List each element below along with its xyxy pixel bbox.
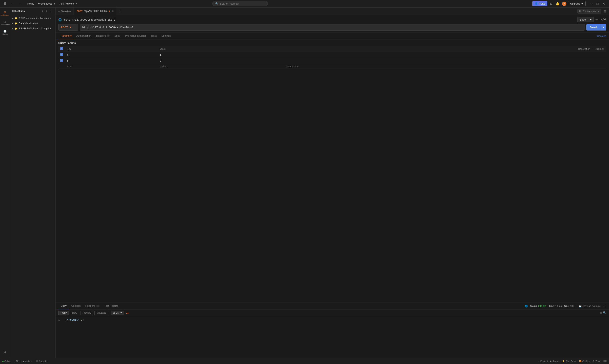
param-desc-empty[interactable]: Description xyxy=(284,64,606,69)
method-url-row: POST ▼ Send ▼ xyxy=(58,24,606,30)
swap-icon-btn[interactable]: ⇄ xyxy=(604,17,606,21)
minimize-btn[interactable]: ─ xyxy=(589,1,594,6)
select-all-checkbox[interactable] xyxy=(60,47,63,50)
param-key-0[interactable]: a xyxy=(65,52,158,58)
home-link[interactable]: Home xyxy=(26,1,36,6)
filter-icon-btn[interactable]: ⇌ xyxy=(126,311,129,315)
tab-close-btn[interactable]: ✕ xyxy=(112,10,114,13)
param-checkbox-0[interactable] xyxy=(60,53,63,56)
tab-body[interactable]: Body xyxy=(112,33,123,39)
tab-tests[interactable]: Tests xyxy=(148,33,159,39)
edit-icon-btn[interactable]: ✏ xyxy=(595,17,599,22)
statusbar-online[interactable]: Online xyxy=(2,360,11,363)
response-tab-body[interactable]: Body xyxy=(58,303,69,309)
method-selector[interactable]: POST ▼ xyxy=(58,24,78,30)
sidebar-item-environments[interactable]: ◎ Environments xyxy=(0,19,9,27)
param-checkbox-1[interactable] xyxy=(60,59,63,62)
statusbar-start-proxy[interactable]: ⚡ Start Proxy xyxy=(562,360,576,363)
tab-authorization[interactable]: Authorization xyxy=(74,33,94,39)
icon-sidebar: ⊞ Collections ◎ Environments 🕐 History ⊞ xyxy=(0,8,10,358)
param-key-empty[interactable]: Key xyxy=(65,64,158,69)
params-dot xyxy=(70,35,72,37)
invite-icon: 👤 xyxy=(535,2,538,5)
proxy-icon: ⚡ xyxy=(562,360,565,363)
param-value-0[interactable]: 1 xyxy=(158,52,284,58)
send-dropdown-btn[interactable]: ▼ xyxy=(600,24,606,30)
param-row-0: a 1 xyxy=(58,52,606,58)
response-tab-headers[interactable]: Headers 4 xyxy=(83,303,102,309)
json-selector[interactable]: JSON ▼ xyxy=(111,311,124,315)
maximize-btn[interactable]: □ xyxy=(595,1,600,6)
collection-item-2[interactable]: ▶ 📁 RESTful API Basics #blueprint xyxy=(10,26,55,31)
environments-label: Environments xyxy=(0,24,10,26)
add-tab-btn[interactable]: + xyxy=(117,9,123,13)
save-button[interactable]: Save xyxy=(577,17,588,22)
panel-actions: + ≡ ⋯ xyxy=(41,9,53,13)
response-tab-test-results[interactable]: Test Results xyxy=(102,303,121,309)
invite-button[interactable]: 👤 Invite xyxy=(532,1,547,6)
collection-folder-icon: 📁 xyxy=(15,27,18,30)
search-bar[interactable]: 🔍 Search Postman xyxy=(212,1,268,6)
statusbar-postbot[interactable]: ✦ Postbot xyxy=(538,360,548,363)
titlebar-right: 👤 Invite ⚙ 🔔 P Upgrade ▼ ─ □ ✕ xyxy=(532,1,607,6)
environment-selector[interactable]: No Environment ▼ xyxy=(577,9,601,13)
statusbar-keyboard-shortcuts[interactable]: ⌨ xyxy=(603,360,607,363)
sort-collection-btn[interactable]: ≡ xyxy=(45,9,48,13)
layout-btn[interactable]: ⊞ xyxy=(603,9,607,14)
param-desc-1[interactable] xyxy=(284,58,606,64)
tab-modified-dot xyxy=(109,11,110,12)
collection-item-1[interactable]: ▶ 📁 Data Visualization xyxy=(10,21,55,26)
api-network-link[interactable]: API Network ▼ xyxy=(58,1,79,6)
search-response-btn[interactable]: 🔍 xyxy=(603,311,606,315)
param-value-1[interactable]: 2 xyxy=(158,58,284,64)
statusbar-runner[interactable]: ▶ Runner xyxy=(550,360,560,363)
sidebar-item-add[interactable]: ⊞ xyxy=(0,349,9,355)
param-value-empty[interactable]: Value xyxy=(158,64,284,69)
url-input[interactable] xyxy=(80,24,585,30)
statusbar-cookies[interactable]: 🍪 Cookies xyxy=(579,360,590,363)
save-example-btn[interactable]: 💾 Save as example xyxy=(579,305,601,308)
tab-pre-request[interactable]: Pre-request Script xyxy=(123,33,148,39)
raw-btn[interactable]: Raw xyxy=(70,311,79,315)
notification-icon-btn[interactable]: 🔔 xyxy=(555,1,560,6)
size-label: Size: 137 B xyxy=(564,305,576,308)
response-more-btn[interactable]: ⋯ xyxy=(603,304,606,308)
sidebar-item-history[interactable]: 🕐 History xyxy=(0,28,9,37)
send-button[interactable]: Send xyxy=(586,24,600,30)
copy-response-btn[interactable]: ⧉ xyxy=(600,311,602,315)
sidebar-item-collections[interactable]: ⊞ Collections xyxy=(0,9,9,18)
response-tab-cookies[interactable]: Cookies xyxy=(69,303,83,309)
pretty-btn[interactable]: Pretty xyxy=(58,311,69,315)
settings-icon-btn[interactable]: ⚙ xyxy=(549,1,553,6)
statusbar-console[interactable]: ⬛ Console xyxy=(36,360,47,363)
add-icon: ⊞ xyxy=(4,350,6,353)
preview-btn[interactable]: Preview xyxy=(80,311,93,315)
statusbar-find-replace[interactable]: ⌕ Find and replace xyxy=(14,360,32,363)
more-collection-btn[interactable]: ⋯ xyxy=(49,9,53,13)
response-tabs-bar: Body Cookies Headers 4 Test Results 🌐 St… xyxy=(55,303,609,310)
statusbar-trash[interactable]: 🗑 Trash xyxy=(593,360,601,363)
param-desc-0[interactable] xyxy=(284,52,606,58)
cookies-link[interactable]: Cookies xyxy=(597,35,606,38)
forward-btn[interactable]: → xyxy=(18,1,23,6)
param-key-1[interactable]: b xyxy=(65,58,158,64)
tab-headers[interactable]: Headers 7 xyxy=(94,33,112,39)
params-content: Query Params Key Value Description ⋯ xyxy=(55,39,609,302)
bulk-edit-btn[interactable]: Bulk Edit xyxy=(595,48,604,50)
statusbar-left: Online ⌕ Find and replace ⬛ Console xyxy=(2,360,47,363)
menu-btn[interactable]: ☰ xyxy=(2,1,8,6)
tab-params[interactable]: Params xyxy=(58,33,74,39)
close-btn[interactable]: ✕ xyxy=(601,1,607,6)
tab-overview[interactable]: ⌂ Overview xyxy=(55,8,74,15)
tab-settings[interactable]: Settings xyxy=(159,33,173,39)
param-row-1: b 2 xyxy=(58,58,606,64)
back-btn[interactable]: ← xyxy=(10,1,15,6)
upgrade-button[interactable]: Upgrade ▼ xyxy=(568,1,586,6)
visualize-btn[interactable]: Visualize xyxy=(94,311,108,315)
find-replace-icon: ⌕ xyxy=(14,360,15,363)
save-dropdown-btn[interactable]: ▼ xyxy=(588,17,594,22)
tab-active-request[interactable]: POST http://127.0.0.1:8000/a ✕ xyxy=(74,8,117,15)
collection-item-0[interactable]: ▶ 📁 API Documentation #reference xyxy=(10,16,55,21)
workspaces-link[interactable]: Workspaces ▼ xyxy=(37,1,57,6)
add-collection-btn[interactable]: + xyxy=(41,9,44,13)
